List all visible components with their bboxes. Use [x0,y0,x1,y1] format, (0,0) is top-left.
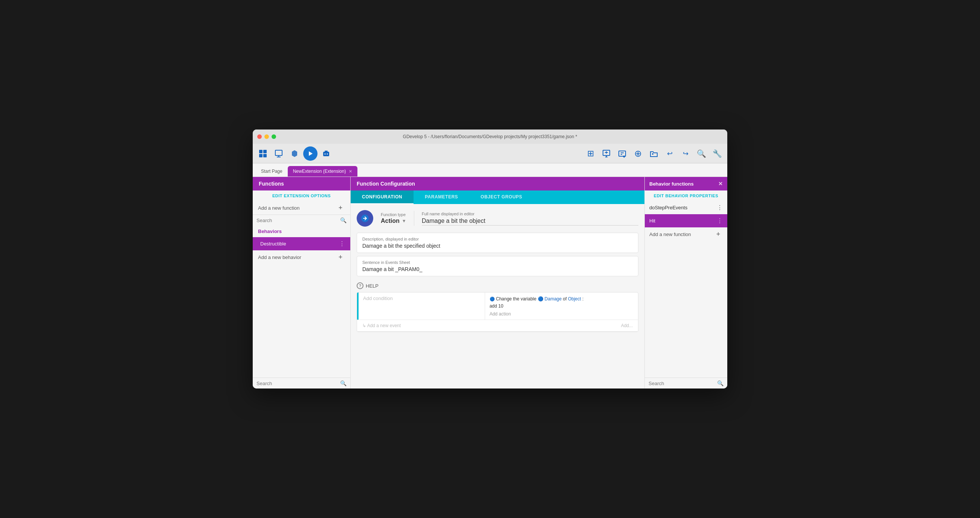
add-condition-label[interactable]: Add condition [363,296,393,301]
tab-close-icon[interactable]: ✕ [349,169,352,174]
bottom-search-row: 🔍 [253,378,350,389]
add-function-btn[interactable]: + [336,203,345,212]
function-icon [357,210,373,227]
config-tab-configuration[interactable]: CONFIGURATION [351,191,414,204]
extensions-btn[interactable] [287,146,302,161]
config-tabs: CONFIGURATION PARAMETERS OBJECT GROUPS [351,191,644,204]
function-type-select[interactable]: Action ▼ [381,218,406,224]
destructible-item[interactable]: Destructible ⋮ [253,237,350,250]
svg-rect-1 [263,150,267,153]
tab-new-extension[interactable]: NewExtension (Extension) ✕ [288,166,358,176]
add-ext-layout-btn[interactable] [599,146,614,161]
minimize-button[interactable] [264,134,269,139]
svg-rect-6 [323,152,329,156]
svg-point-8 [327,153,328,154]
svg-rect-10 [619,151,625,156]
left-panel: Functions EDIT EXTENSION OPTIONS Add a n… [253,177,351,389]
config-tab-parameters[interactable]: PARAMETERS [414,191,469,204]
full-name-field: Full name displayed in editor Damage a b… [422,211,638,226]
bottom-search-icon[interactable]: 🔍 [340,380,347,386]
add-event-arrow: ↳ [362,323,367,328]
svg-rect-0 [259,150,262,153]
edit-extension-link[interactable]: EDIT EXTENSION OPTIONS [253,191,350,201]
sentence-section: Sentence in Events Sheet Damage a bit _P… [357,256,638,276]
destructible-label: Destructible [260,241,286,246]
tab-start-page-label: Start Page [261,168,283,174]
search-project-btn[interactable]: 🔍 [694,146,708,161]
window-title: GDevelop 5 - /Users/florian/Documents/GD… [403,134,578,139]
center-panel: Function Configuration CONFIGURATION PAR… [351,177,644,389]
add-behavior-btn[interactable]: + [336,253,345,262]
right-search-icon[interactable]: 🔍 [717,380,724,386]
scenes-btn[interactable] [256,146,270,161]
full-name-value[interactable]: Damage a bit the object [422,217,638,226]
right-search-input[interactable] [649,381,717,386]
action-colon: : [582,296,584,302]
doStepPreEvents-more-btn[interactable]: ⋮ [717,204,723,211]
destructible-more-btn[interactable]: ⋮ [339,240,345,247]
svg-rect-3 [263,154,267,157]
help-label: HELP [366,283,379,289]
add-btn[interactable]: ⊕ [631,146,645,161]
fullscreen-button[interactable] [272,134,276,139]
add-ext-events-btn[interactable] [615,146,629,161]
help-row[interactable]: ? HELP [357,279,638,292]
behavior-functions-title: Behavior functions [649,181,694,187]
right-item-doStepPreEvents[interactable]: doStepPreEvents ⋮ [645,201,727,214]
top-search-input[interactable] [256,218,340,223]
svg-point-7 [325,153,326,154]
right-add-function-row: Add a new function + [645,227,727,241]
action-change-label: Change the variable [496,296,538,302]
function-config-title: Function Configuration [357,181,415,187]
action-text: 🔵 Change the variable 🔵 Damage of Object… [490,296,633,310]
description-label: Description, displayed in editor [362,237,633,241]
tabs-bar: Start Page NewExtension (Extension) ✕ [253,164,727,177]
add-action-label[interactable]: Add action [490,311,633,316]
main-layout: Functions EDIT EXTENSION OPTIONS Add a n… [253,177,727,389]
add-scene-btn[interactable]: ⊞ [584,146,598,161]
right-item-hit[interactable]: Hit ⋮ [645,214,727,227]
right-add-function-btn[interactable]: + [714,230,723,239]
close-button[interactable] [257,134,262,139]
left-panel-header: Functions [253,177,350,191]
play-btn[interactable] [303,146,318,161]
action-icon2: 🔵 [538,296,545,302]
center-panel-header: Function Configuration [351,177,644,191]
open-project-btn[interactable] [647,146,661,161]
hit-label: Hit [649,218,655,224]
description-value[interactable]: Damage a bit the specified object [362,243,633,249]
top-search-icon[interactable]: 🔍 [340,217,347,223]
undo-btn[interactable]: ↩ [662,146,677,161]
config-tab-object-groups[interactable]: OBJECT GROUPS [469,191,534,204]
behaviors-section[interactable]: Behaviors [253,226,350,237]
event-conditions: Add condition [358,292,485,319]
action-of-label: of [563,296,568,302]
sentence-value[interactable]: Damage a bit _PARAM0_ [362,266,633,272]
preferences-btn[interactable]: 🔧 [710,146,724,161]
bottom-search-input[interactable] [256,381,340,386]
hit-more-btn[interactable]: ⋮ [717,217,723,224]
tab-start-page[interactable]: Start Page [256,166,288,176]
add-behavior-row: Add a new behavior + [253,250,350,264]
add-function-row: Add a new function + [253,201,350,215]
top-search-row: 🔍 [253,215,350,226]
events-area: Add condition 🔵 Change the variable 🔵 Da… [357,292,638,332]
redo-btn[interactable]: ↪ [678,146,693,161]
add-behavior-label: Add a new behavior [258,254,301,260]
add-new-event-label[interactable]: ↳ Add a new event [357,320,498,331]
config-content: Function type Action ▼ Full name display… [351,204,644,389]
action-operation: add 10 [490,303,504,309]
action-object-link[interactable]: Object [568,296,581,302]
event-actions: 🔵 Change the variable 🔵 Damage of Object… [485,292,638,319]
external-layouts-btn[interactable] [272,146,286,161]
traffic-lights [257,134,276,139]
help-icon: ? [357,282,363,289]
right-panel-close-btn[interactable]: ✕ [718,181,723,187]
titlebar: GDevelop 5 - /Users/florian/Documents/GD… [253,129,727,144]
function-type-control: Function type Action ▼ [381,212,406,224]
tab-new-extension-label: NewExtension (Extension) [293,168,346,174]
action-variable-link[interactable]: Damage [545,296,562,302]
edit-behavior-props-link[interactable]: EDIT BEHAVIOR PROPERTIES [645,191,727,201]
debug-btn[interactable] [319,146,333,161]
add-label[interactable]: Add... [498,320,638,331]
